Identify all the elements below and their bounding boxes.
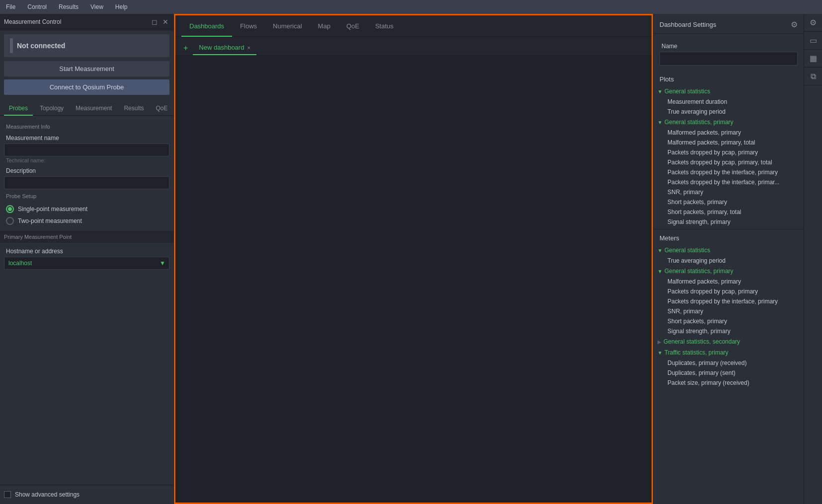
tree-child-snr-1[interactable]: SNR, primary <box>654 187 804 197</box>
tree-child-measurement-duration[interactable]: Measurement duration <box>654 97 804 107</box>
tree-child-packet-size[interactable]: Packet size, primary (received) <box>654 378 804 388</box>
tree-group-general-stats-primary-2: ▼ General statistics, primary Malformed … <box>654 266 804 336</box>
tree-child-dropped-interface-trunc[interactable]: Packets dropped by the interface, primar… <box>654 177 804 187</box>
tab-measurement[interactable]: Measurement <box>71 102 117 116</box>
right-panel-header: Dashboard Settings ⚙ <box>654 14 804 34</box>
left-panel-tabs: Probes Topology Measurement Results QoE <box>0 98 173 116</box>
hostname-select[interactable]: localhost <box>4 257 169 270</box>
menu-control[interactable]: Control <box>25 2 49 11</box>
menu-results[interactable]: Results <box>57 2 81 11</box>
dashboard-tab-label: New dashboard <box>199 44 244 51</box>
menu-file[interactable]: File <box>4 2 17 11</box>
tree-child-true-averaging-1[interactable]: True averaging period <box>654 107 804 117</box>
connection-status: Not connected <box>17 42 65 50</box>
dashboard-tab-close[interactable]: × <box>247 45 250 51</box>
menu-view[interactable]: View <box>88 2 105 11</box>
tree-group-general-stats-2-label: General statistics <box>664 247 710 254</box>
connect-probe-button[interactable]: Connect to Qosium Probe <box>4 79 169 95</box>
tree-group-general-stats-secondary-label: General statistics, secondary <box>663 338 740 345</box>
tree-arrow-down-3: ▼ <box>658 248 662 253</box>
tree-arrow-down-4: ▼ <box>658 269 662 274</box>
tree-child-duplicates-sent[interactable]: Duplicates, primary (sent) <box>654 368 804 378</box>
description-input[interactable] <box>4 176 169 189</box>
dashboard-name-input[interactable] <box>659 52 798 66</box>
right-tools: ⚙ ▭ ▦ ⧉ <box>804 14 822 504</box>
tree-child-short-1[interactable]: Short packets, primary <box>654 197 804 207</box>
tree-child-malformed-1[interactable]: Malformed packets, primary <box>654 128 804 138</box>
top-tab-status[interactable]: Status <box>367 15 402 37</box>
tree-group-traffic-stats-primary-header[interactable]: ▼ Traffic statistics, primary <box>654 347 804 358</box>
two-point-radio-circle <box>6 217 14 225</box>
tree-group-general-stats-2-header[interactable]: ▼ General statistics <box>654 245 804 256</box>
name-section: Name <box>654 38 804 72</box>
settings-icon-button[interactable]: ⚙ <box>791 20 798 29</box>
measurement-name-input[interactable] <box>4 144 169 156</box>
tree-group-general-stats-primary-2-header[interactable]: ▼ General statistics, primary <box>654 266 804 277</box>
tab-topology[interactable]: Topology <box>35 102 69 116</box>
tree-child-malformed-total[interactable]: Malformed packets, primary, total <box>654 138 804 147</box>
new-dashboard-tab[interactable]: New dashboard × <box>193 41 256 55</box>
add-dashboard-button[interactable]: + <box>181 43 190 54</box>
advanced-settings-checkbox[interactable] <box>4 491 11 498</box>
menu-help[interactable]: Help <box>113 2 130 11</box>
top-tab-qoe[interactable]: QoE <box>338 15 367 37</box>
connection-indicator <box>10 38 13 53</box>
tree-group-traffic-stats-primary: ▼ Traffic statistics, primary Duplicates… <box>654 347 804 388</box>
right-panel-body: Name Plots ▼ General statistics Measurem… <box>654 34 804 504</box>
top-tab-map[interactable]: Map <box>310 15 338 37</box>
tree-group-traffic-stats-primary-label: Traffic statistics, primary <box>664 349 729 356</box>
tree-child-dropped-pcap-total[interactable]: Packets dropped by pcap, primary, total <box>654 157 804 167</box>
tree-group-general-stats-primary-1-label: General statistics, primary <box>664 119 734 126</box>
tab-results[interactable]: Results <box>119 102 149 116</box>
tree-child-duplicates-received[interactable]: Duplicates, primary (received) <box>654 358 804 368</box>
main-layout: Measurement Control ◻ ✕ Not connected St… <box>0 14 822 504</box>
dashboard-tabs: + New dashboard × <box>175 37 652 56</box>
description-label: Description <box>4 164 169 176</box>
tree-child-snr-2[interactable]: SNR, primary <box>654 306 804 316</box>
tool-layout2-button[interactable]: ▦ <box>804 50 822 68</box>
tab-probes[interactable]: Probes <box>4 102 33 116</box>
tree-child-dropped-interface-1[interactable]: Packets dropped by the interface, primar… <box>654 167 804 177</box>
two-point-radio[interactable]: Two-point measurement <box>6 217 167 225</box>
tool-layout1-button[interactable]: ▭ <box>804 32 822 50</box>
tree-child-short-total[interactable]: Short packets, primary, total <box>654 207 804 217</box>
tree-child-malformed-2[interactable]: Malformed packets, primary <box>654 277 804 287</box>
tool-copy-button[interactable]: ⧉ <box>804 68 822 85</box>
tree-arrow-down-5: ▼ <box>658 350 662 356</box>
top-tab-numerical[interactable]: Numerical <box>265 15 310 37</box>
tree-child-dropped-interface-2[interactable]: Packets dropped by the interface, primar… <box>654 296 804 306</box>
tree-group-general-stats-primary-1-header[interactable]: ▼ General statistics, primary <box>654 117 804 128</box>
hostname-wrapper: localhost ▼ <box>4 257 169 270</box>
tree-group-general-stats-secondary: ▶ General statistics, secondary <box>654 336 804 347</box>
tree-child-true-averaging-2[interactable]: True averaging period <box>654 256 804 266</box>
tree-arrow-down-1: ▼ <box>658 89 662 94</box>
tree-group-general-stats-1-label: General statistics <box>664 88 710 95</box>
measurement-name-label: Measurement name <box>4 132 169 144</box>
measurement-info-label: Measurement Info <box>4 120 169 132</box>
tool-gear-button[interactable]: ⚙ <box>804 14 822 32</box>
tree-group-general-stats-1-header[interactable]: ▼ General statistics <box>654 86 804 97</box>
tree-child-dropped-pcap-1[interactable]: Packets dropped by pcap, primary <box>654 147 804 157</box>
primary-measurement-point-label: Primary Measurement Point <box>0 231 173 243</box>
start-measurement-button[interactable]: Start Measurement <box>4 61 169 76</box>
menu-bar: File Control Results View Help <box>0 0 822 14</box>
name-label: Name <box>659 40 798 52</box>
right-panel-title: Dashboard Settings <box>659 21 716 28</box>
panel-close-button[interactable]: ✕ <box>162 17 169 27</box>
top-tab-flows[interactable]: Flows <box>232 15 265 37</box>
tree-arrow-down-2: ▼ <box>658 120 662 125</box>
top-tab-dashboards[interactable]: Dashboards <box>181 15 232 37</box>
tree-group-general-stats-primary-2-label: General statistics, primary <box>664 268 734 275</box>
tree-child-short-2[interactable]: Short packets, primary <box>654 316 804 326</box>
probe-setup-label: Probe Setup <box>4 189 169 201</box>
tree-group-general-stats-secondary-header[interactable]: ▶ General statistics, secondary <box>654 336 804 347</box>
plots-label: Plots <box>654 72 804 86</box>
tree-child-signal-2[interactable]: Signal strength, primary <box>654 326 804 336</box>
tree-group-general-stats-1: ▼ General statistics Measurement duratio… <box>654 86 804 117</box>
panel-restore-button[interactable]: ◻ <box>151 17 159 27</box>
tree-child-dropped-pcap-2[interactable]: Packets dropped by pcap, primary <box>654 287 804 296</box>
tree-child-signal-1[interactable]: Signal strength, primary <box>654 217 804 227</box>
panel-footer: Show advanced settings <box>0 485 173 504</box>
tab-qoe[interactable]: QoE <box>151 102 172 116</box>
single-point-radio[interactable]: Single-point measurement <box>6 205 167 213</box>
